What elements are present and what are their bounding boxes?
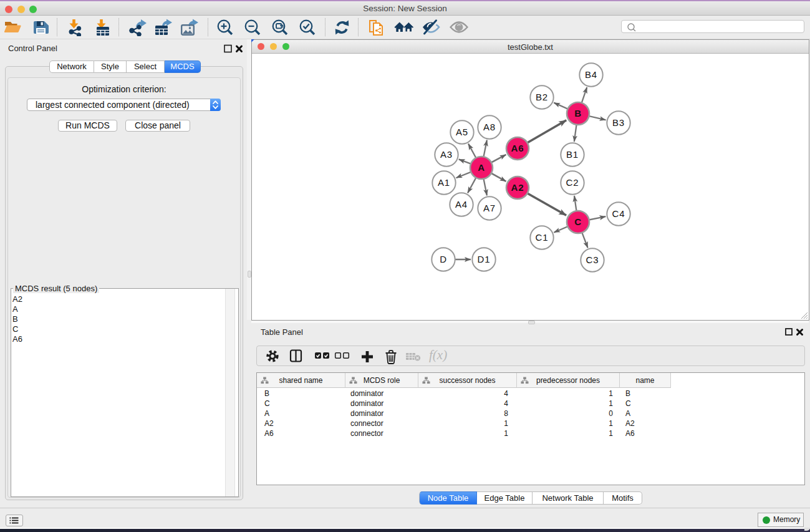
svg-text:A7: A7	[483, 203, 496, 213]
svg-text:C2: C2	[566, 177, 579, 188]
svg-text:A8: A8	[483, 122, 496, 132]
svg-text:A3: A3	[440, 149, 453, 160]
svg-text:C: C	[574, 216, 582, 227]
svg-text:C4: C4	[612, 208, 625, 219]
svg-text:B3: B3	[612, 117, 625, 128]
svg-text:C3: C3	[586, 254, 599, 265]
svg-text:B: B	[574, 108, 582, 118]
svg-text:A: A	[478, 162, 485, 173]
svg-text:C1: C1	[536, 232, 549, 243]
svg-text:A6: A6	[511, 143, 524, 153]
svg-text:A1: A1	[438, 177, 450, 188]
svg-text:A4: A4	[455, 199, 468, 210]
svg-text:B1: B1	[566, 149, 579, 160]
svg-text:B4: B4	[585, 69, 597, 80]
svg-text:A2: A2	[511, 182, 524, 193]
svg-text:D: D	[440, 254, 447, 264]
svg-text:D1: D1	[478, 254, 491, 264]
svg-text:A5: A5	[456, 127, 468, 137]
svg-text:B2: B2	[536, 92, 548, 102]
